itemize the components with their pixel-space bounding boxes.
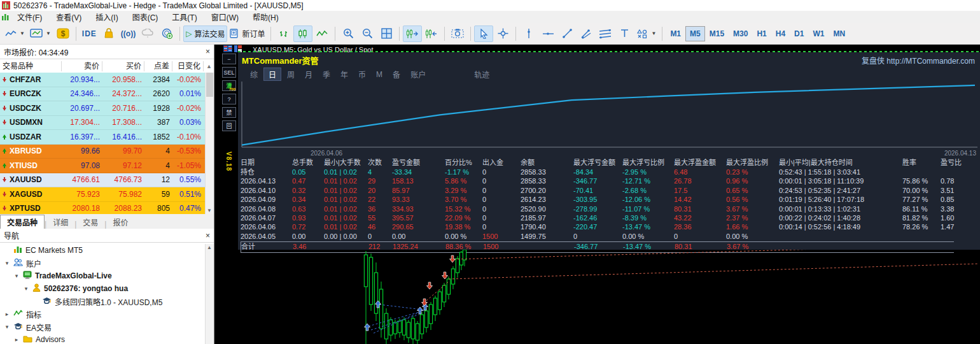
panel-tab-9[interactable]: 账户: [406, 68, 430, 80]
vertical-line-button[interactable]: [519, 25, 538, 42]
chart-shift-button[interactable]: [422, 25, 441, 42]
stats-row-0[interactable]: 持仓0.050.01 | 0.024-33.34-1.17 %02858.33-…: [241, 168, 980, 176]
timeframe-m1[interactable]: M1: [666, 26, 685, 41]
signals-icon[interactable]: ((o)): [118, 25, 138, 42]
zoom-out-button[interactable]: [358, 25, 377, 42]
navigator-item-1[interactable]: ▾账户: [1, 257, 206, 269]
navigator-scrollbar[interactable]: ▲: [205, 244, 214, 344]
deposit-button[interactable]: $: [53, 25, 73, 42]
stats-row-4[interactable]: 2026.04.080.630.01 | 0.0236334.9315.32 %…: [241, 204, 980, 213]
timeframe-d1[interactable]: D1: [790, 26, 808, 41]
disable-button[interactable]: 禁: [222, 107, 236, 118]
market-watch-row-xtiusd[interactable]: XTIUSD97.0897.124-1.05%: [0, 159, 206, 173]
expand-icon[interactable]: ▸: [4, 311, 10, 317]
menu-charts[interactable]: 图表(C): [125, 11, 165, 22]
panel-tab-2[interactable]: 周: [283, 68, 299, 80]
candles-chart-button[interactable]: [293, 25, 312, 42]
zoom-in-button[interactable]: [339, 25, 358, 42]
bars-chart-button[interactable]: [274, 25, 293, 42]
profile-chart-button[interactable]: ▼: [27, 25, 53, 42]
navigator-item-7[interactable]: ▸Advisors: [1, 333, 206, 344]
panel-tab-0[interactable]: 综: [246, 68, 262, 80]
new-order-button[interactable]: 新订单: [227, 25, 267, 42]
expand-icon[interactable]: ▸: [13, 336, 20, 343]
market-watch-row-xagusd[interactable]: XAGUSD75.92375.982590.51%: [0, 187, 206, 202]
close-icon[interactable]: ×: [206, 47, 210, 56]
tile-windows-button[interactable]: [377, 25, 396, 42]
timeframe-m5[interactable]: M5: [685, 26, 705, 41]
panel-tab-8[interactable]: 备: [388, 68, 405, 80]
timeframe-m30[interactable]: M30: [729, 26, 752, 41]
menu-insert[interactable]: 插入(I): [88, 11, 125, 22]
menu-file[interactable]: 文件(F): [10, 11, 49, 22]
collapse-icon[interactable]: ▾: [4, 324, 10, 330]
market-watch-scrollbar[interactable]: ▼: [205, 73, 214, 214]
trendline-button[interactable]: [557, 25, 577, 42]
menu-help[interactable]: 帮助(H): [246, 11, 286, 22]
panel-tab-trajectory[interactable]: 轨迹: [470, 68, 494, 80]
market-bag-icon[interactable]: [99, 25, 118, 42]
text-tool-button[interactable]: [615, 25, 634, 42]
panel-tab-7[interactable]: M: [372, 69, 387, 80]
navigator-item-2[interactable]: ▾TradeMaxGlobal-Live: [1, 269, 206, 282]
minimize-button[interactable]: −: [222, 54, 236, 64]
navigator-item-0[interactable]: EC Markets MT5: [1, 244, 206, 257]
panel-tab-4[interactable]: 季: [318, 68, 335, 80]
trend-angle-button[interactable]: [577, 25, 596, 42]
stats-row-3[interactable]: 2026.04.090.340.01 | 0.022293.333.70 %02…: [241, 195, 980, 204]
menu-window[interactable]: 窗口(W): [204, 11, 246, 22]
timeframe-mn[interactable]: MN: [829, 26, 850, 41]
panel-tab-1[interactable]: 日: [263, 68, 281, 81]
market-watch-row-xauusd[interactable]: XAUUSD4766.614766.73120.55%: [0, 173, 206, 188]
navigator-item-4[interactable]: 多线回归策略1.0 - XAUUSD,M5: [1, 295, 206, 308]
timeframe-h1[interactable]: H1: [752, 26, 771, 41]
collapse-icon[interactable]: ▾: [4, 260, 10, 266]
stats-row-5[interactable]: 2026.04.070.930.01 | 0.0255395.5722.09 %…: [241, 213, 980, 222]
panel-brand-link[interactable]: 复盘侠 http://MTCommander.com: [862, 55, 975, 66]
timeframe-m15[interactable]: M15: [705, 26, 729, 41]
market-watch-row-xbrusd[interactable]: XBRUSD99.6699.704-0.53%: [0, 145, 206, 159]
navigator-item-6[interactable]: ▾EA交易: [1, 320, 206, 333]
ide-button[interactable]: IDE: [80, 25, 99, 42]
shapes-button[interactable]: ▼: [634, 25, 659, 42]
panel-tab-5[interactable]: 年: [336, 68, 353, 80]
cloud-icon[interactable]: [138, 25, 157, 42]
chart-window-icon[interactable]: [1, 13, 10, 21]
stats-row-6[interactable]: 2026.04.060.720.01 | 0.0246290.6519.38 %…: [241, 222, 980, 231]
clear-button[interactable]: 清700: [222, 80, 236, 91]
stats-row-1[interactable]: 2026.04.130.470.01 | 0.0229158.135.86 %0…: [241, 176, 980, 185]
market-watch-tab-2[interactable]: 交易: [76, 215, 104, 229]
restore-button[interactable]: 回: [222, 120, 236, 131]
market-watch-row-usdczk[interactable]: USDCZK20.697...20.716...1928-0.02%: [0, 101, 206, 116]
panel-tab-6[interactable]: 币: [354, 68, 370, 80]
navigator-item-5[interactable]: ▸指标: [1, 308, 206, 320]
screenshot-button[interactable]: [448, 25, 467, 42]
market-watch-row-eurczk[interactable]: EURCZK24.346...24.372...26200.01%: [0, 87, 206, 102]
timeframe-w1[interactable]: W1: [808, 26, 829, 41]
market-watch-tab-0[interactable]: 交易品种: [0, 215, 45, 229]
market-watch-columns[interactable]: 交易品种 卖价 买价 点差 日变化 ▲: [0, 59, 214, 74]
market-watch-row-usdmxn[interactable]: USDMXN17.304...17.308...3870.03%: [0, 116, 206, 131]
market-watch-row-chfzar[interactable]: CHFZAR20.934...20.958...2384-0.02%: [0, 73, 206, 87]
cursor-button[interactable]: [474, 25, 493, 42]
scroll-up-icon[interactable]: ▲: [207, 245, 212, 250]
navigator-item-3[interactable]: ▾50262376: yongtao hua: [1, 282, 206, 295]
panel-tab-3[interactable]: 月: [300, 68, 317, 80]
collapse-icon[interactable]: ▾: [13, 273, 20, 279]
stats-row-7[interactable]: 2026.04.050.000.00 | 0.0000.000.00 %1500…: [241, 232, 980, 241]
close-icon[interactable]: ×: [206, 231, 210, 240]
menu-view[interactable]: 查看(V): [49, 11, 88, 22]
equidistant-channel-button[interactable]: [596, 25, 615, 42]
chart-area[interactable]: XAUUSD,M5: Gold vs US Dollar / Spot −SEL…: [214, 45, 980, 344]
chart-mode-button[interactable]: ▼: [3, 25, 27, 42]
crosshair-button[interactable]: [493, 25, 512, 42]
collapse-icon[interactable]: ▾: [23, 285, 29, 292]
scroll-down-icon[interactable]: ▼: [207, 208, 212, 213]
price-candles-chart[interactable]: [214, 250, 980, 344]
line-chart-button[interactable]: [312, 25, 332, 42]
algo-trading-button[interactable]: ▷ 算法交易: [183, 25, 227, 42]
stats-row-2[interactable]: 2026.04.100.320.01 | 0.022085.973.29 %02…: [241, 186, 980, 195]
market-watch-tab-3[interactable]: 报价: [106, 215, 134, 229]
market-watch-tab-1[interactable]: 详细: [46, 215, 74, 229]
market-watch-row-usdzar[interactable]: USDZAR16.397...16.416...1852-0.10%: [0, 130, 206, 145]
